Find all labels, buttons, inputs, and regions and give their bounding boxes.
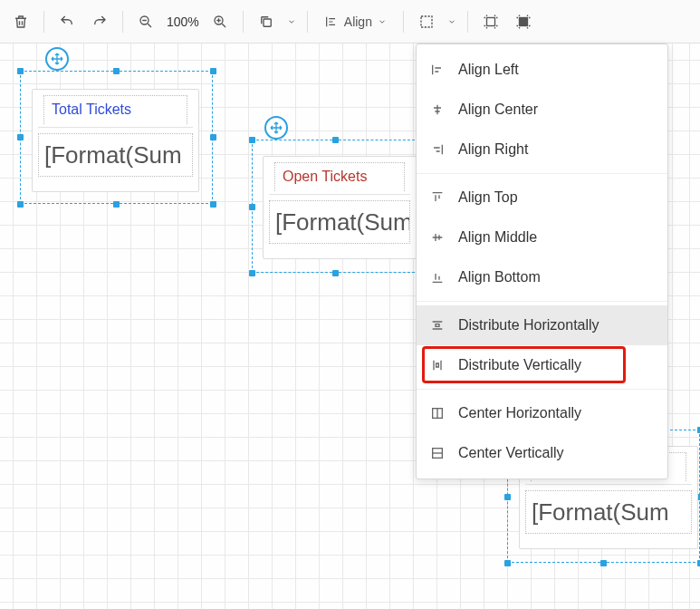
align-center-icon [429,102,446,117]
zoom-in-button[interactable] [205,6,235,37]
distribute-vertical-icon [429,358,446,372]
menu-align-top[interactable]: Align Top [417,178,667,218]
report-card[interactable]: Open Tickets [Format(Sum [263,156,417,259]
select-dropdown-button[interactable] [444,6,460,37]
menu-distribute-horizontally[interactable]: Distribute Horizontally [417,305,667,345]
move-handle[interactable] [45,47,69,71]
selection-handle[interactable] [210,68,216,74]
menu-distribute-vertically[interactable]: Distribute Vertically [417,345,667,385]
delete-button[interactable] [5,6,36,37]
align-right-icon [429,142,446,157]
move-icon [50,52,64,66]
menu-label: Align Left [458,62,519,78]
zoom-level: 100% [163,14,203,29]
svg-rect-5 [519,17,527,25]
selection-handle[interactable] [600,560,607,566]
selection-handle[interactable] [332,137,339,143]
redo-button[interactable] [84,6,115,37]
card-title: Total Tickets [43,95,187,124]
align-button[interactable]: Align [315,6,396,37]
selection-handle[interactable] [210,201,216,208]
menu-center-horizontally[interactable]: Center Horizontally [417,393,667,433]
selection-handle[interactable] [249,270,255,276]
selection-handle[interactable] [210,134,216,140]
undo-icon [59,14,75,30]
redo-icon [91,14,108,30]
svg-rect-2 [264,19,271,26]
svg-rect-4 [486,17,494,25]
center-horizontal-icon [429,406,446,420]
align-left-icon [324,14,339,29]
align-dropdown: Align Left Align Center Align Right Alig… [416,44,668,479]
toolbar-separator [403,11,404,33]
menu-label: Align Right [458,141,528,158]
report-card[interactable]: Total Tickets [Format(Sum [32,89,199,192]
artboard-button[interactable] [475,6,506,37]
toolbar-separator [243,11,244,33]
selection-handle[interactable] [504,560,511,566]
zoom-out-button[interactable] [130,6,161,37]
center-vertical-icon [429,446,446,460]
selection-handle[interactable] [113,68,120,74]
chevron-down-icon [378,17,387,26]
toolbar: 100% Align [0,0,700,44]
copy-button[interactable] [251,6,282,37]
menu-align-middle[interactable]: Align Middle [417,218,667,257]
selection-handle[interactable] [504,494,511,500]
toolbar-separator [467,11,468,33]
card-body: [Format(Sum [269,200,410,244]
menu-label: Align Bottom [458,269,541,285]
selection-handle[interactable] [249,137,255,143]
menu-center-vertically[interactable]: Center Vertically [417,433,667,473]
card-body: [Format(Sum [525,490,692,534]
align-bottom-icon [429,270,446,285]
card-title: Open Tickets [274,162,405,191]
zoom-in-icon [212,14,228,30]
toolbar-separator [307,11,308,33]
svg-rect-3 [421,16,432,27]
copy-icon [258,14,274,30]
menu-align-left[interactable]: Align Left [417,50,667,90]
align-left-icon [429,63,446,77]
menu-label: Distribute Horizontally [458,317,599,334]
artboard-fill-icon [515,14,532,30]
menu-label: Align Center [458,102,538,118]
card-body: [Format(Sum [38,133,193,177]
menu-separator [417,389,667,390]
chevron-down-icon [447,17,456,26]
move-handle[interactable] [264,116,288,140]
trash-icon [13,14,29,30]
menu-align-bottom[interactable]: Align Bottom [417,257,667,297]
align-top-icon [429,190,446,205]
selection-handle[interactable] [249,204,255,210]
zoom-out-icon [138,14,154,30]
menu-label: Center Horizontally [458,405,581,421]
toolbar-separator [122,11,123,33]
copy-dropdown-button[interactable] [283,6,300,37]
artboard-icon [483,14,499,30]
chevron-down-icon [287,17,296,26]
menu-align-center[interactable]: Align Center [417,90,667,130]
align-middle-icon [429,230,446,245]
menu-label: Align Middle [458,229,537,246]
select-button[interactable] [411,6,442,37]
menu-label: Align Top [458,189,518,206]
menu-label: Distribute Vertically [458,357,581,373]
toolbar-separator [43,11,44,33]
align-label: Align [344,14,372,29]
selection-handle[interactable] [332,270,339,276]
selection-handle[interactable] [17,201,24,208]
menu-label: Center Vertically [458,445,564,461]
move-icon [269,121,283,135]
menu-separator [417,301,667,302]
selection-handle[interactable] [17,68,24,74]
menu-align-right[interactable]: Align Right [417,130,667,169]
artboard-fill-button[interactable] [508,6,539,37]
selection-icon [418,14,435,30]
selection-handle[interactable] [17,134,24,140]
distribute-horizontal-icon [429,318,446,333]
selection-handle[interactable] [113,201,120,208]
menu-separator [417,173,667,174]
undo-button[interactable] [52,6,82,37]
